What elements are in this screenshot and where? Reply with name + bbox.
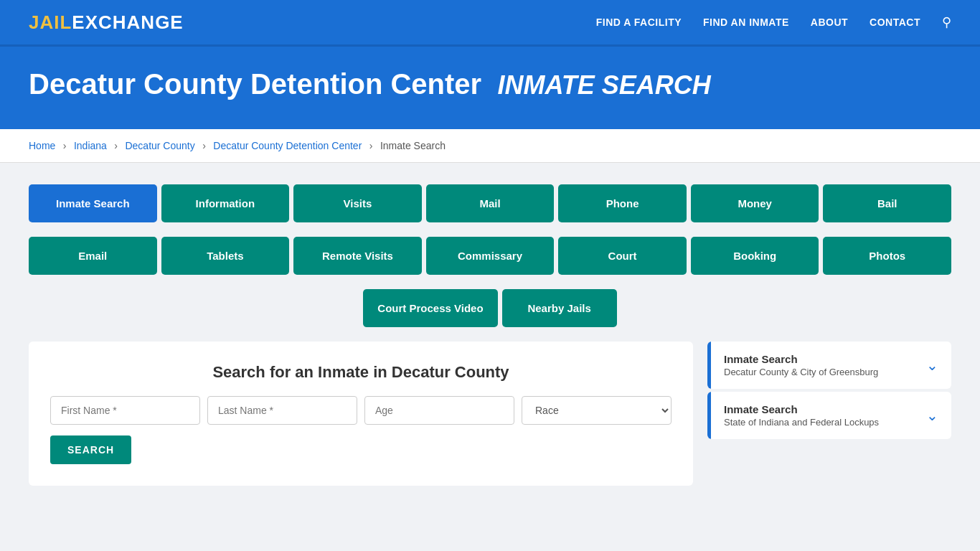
sidebar-card-state-top: Inmate Search bbox=[724, 403, 879, 415]
site-logo[interactable]: JAILEXCHANGE bbox=[29, 11, 184, 34]
tab-money[interactable]: Money bbox=[691, 184, 819, 222]
nav-find-facility[interactable]: FIND A FACILITY bbox=[596, 17, 682, 28]
sidebar-card-state: Inmate Search State of Indiana and Feder… bbox=[707, 392, 951, 439]
main-nav: FIND A FACILITY FIND AN INMATE ABOUT CON… bbox=[596, 14, 951, 30]
tab-nearby-jails[interactable]: Nearby Jails bbox=[502, 289, 617, 327]
site-header: JAILEXCHANGE FIND A FACILITY FIND AN INM… bbox=[0, 0, 980, 47]
chevron-down-icon: ⌄ bbox=[926, 357, 938, 374]
tab-tablets[interactable]: Tablets bbox=[161, 237, 290, 275]
sidebar-card-state-bottom: State of Indiana and Federal Lockups bbox=[724, 417, 879, 428]
tab-mail[interactable]: Mail bbox=[426, 184, 555, 222]
breadcrumb-indiana[interactable]: Indiana bbox=[74, 140, 107, 151]
search-icon[interactable]: ⚲ bbox=[942, 14, 951, 30]
page-title: Decatur County Detention Center INMATE S… bbox=[29, 68, 951, 100]
breadcrumb-decatur-county[interactable]: Decatur County bbox=[125, 140, 194, 151]
tab-inmate-search[interactable]: Inmate Search bbox=[29, 184, 157, 222]
tab-photos[interactable]: Photos bbox=[823, 237, 951, 275]
tab-visits[interactable]: Visits bbox=[293, 184, 422, 222]
search-title: Search for an Inmate in Decatur County bbox=[50, 363, 672, 382]
sep4: › bbox=[369, 140, 373, 151]
nav-contact[interactable]: CONTACT bbox=[870, 17, 920, 28]
sep2: › bbox=[114, 140, 118, 151]
hero-section: Decatur County Detention Center INMATE S… bbox=[0, 47, 980, 129]
logo-exchange: EXCHANGE bbox=[72, 11, 183, 33]
sidebar-card-state-header[interactable]: Inmate Search State of Indiana and Feder… bbox=[707, 392, 951, 439]
sidebar-card-county-top: Inmate Search bbox=[724, 353, 878, 365]
tab-email[interactable]: Email bbox=[29, 237, 157, 275]
sidebar: Inmate Search Decatur County & City of G… bbox=[707, 342, 951, 442]
tabs-row-2: Email Tablets Remote Visits Commissary C… bbox=[29, 237, 951, 275]
logo-jail: JAIL bbox=[29, 11, 72, 33]
tab-court[interactable]: Court bbox=[558, 237, 687, 275]
name-row: Race White Black Hispanic Asian Other bbox=[50, 396, 672, 425]
page-subtitle: INMATE SEARCH bbox=[497, 70, 710, 100]
tab-information[interactable]: Information bbox=[161, 184, 290, 222]
breadcrumb: Home › Indiana › Decatur County › Decatu… bbox=[0, 129, 980, 163]
race-select[interactable]: Race White Black Hispanic Asian Other bbox=[522, 396, 672, 425]
search-card: Search for an Inmate in Decatur County R… bbox=[29, 342, 693, 486]
tabs-row-3: Court Process Video Nearby Jails bbox=[29, 289, 951, 327]
sidebar-card-county-header[interactable]: Inmate Search Decatur County & City of G… bbox=[707, 342, 951, 389]
facility-name: Decatur County Detention Center bbox=[29, 68, 481, 100]
sidebar-card-state-titles: Inmate Search State of Indiana and Feder… bbox=[724, 403, 879, 428]
first-name-input[interactable] bbox=[50, 396, 200, 425]
breadcrumb-current: Inmate Search bbox=[380, 140, 446, 151]
nav-find-inmate[interactable]: FIND AN INMATE bbox=[703, 17, 789, 28]
tab-phone[interactable]: Phone bbox=[558, 184, 687, 222]
tabs-row-1: Inmate Search Information Visits Mail Ph… bbox=[29, 184, 951, 222]
sidebar-card-county-titles: Inmate Search Decatur County & City of G… bbox=[724, 353, 878, 377]
tab-court-video[interactable]: Court Process Video bbox=[363, 289, 497, 327]
tab-bail[interactable]: Bail bbox=[823, 184, 951, 222]
sidebar-card-county: Inmate Search Decatur County & City of G… bbox=[707, 342, 951, 389]
sep3: › bbox=[202, 140, 206, 151]
tab-remote-visits[interactable]: Remote Visits bbox=[293, 237, 422, 275]
last-name-input[interactable] bbox=[207, 396, 357, 425]
age-input[interactable] bbox=[364, 396, 514, 425]
breadcrumb-detention-center[interactable]: Decatur County Detention Center bbox=[213, 140, 362, 151]
tab-commissary[interactable]: Commissary bbox=[426, 237, 555, 275]
chevron-down-icon-2: ⌄ bbox=[926, 407, 938, 424]
sep1: › bbox=[63, 140, 67, 151]
tab-booking[interactable]: Booking bbox=[691, 237, 819, 275]
nav-about[interactable]: ABOUT bbox=[811, 17, 848, 28]
content-area: Search for an Inmate in Decatur County R… bbox=[29, 342, 951, 486]
main-content: Inmate Search Information Visits Mail Ph… bbox=[0, 163, 980, 507]
breadcrumb-home[interactable]: Home bbox=[29, 140, 55, 151]
sidebar-card-county-bottom: Decatur County & City of Greensburg bbox=[724, 367, 878, 377]
search-button[interactable]: SEARCH bbox=[50, 435, 131, 464]
